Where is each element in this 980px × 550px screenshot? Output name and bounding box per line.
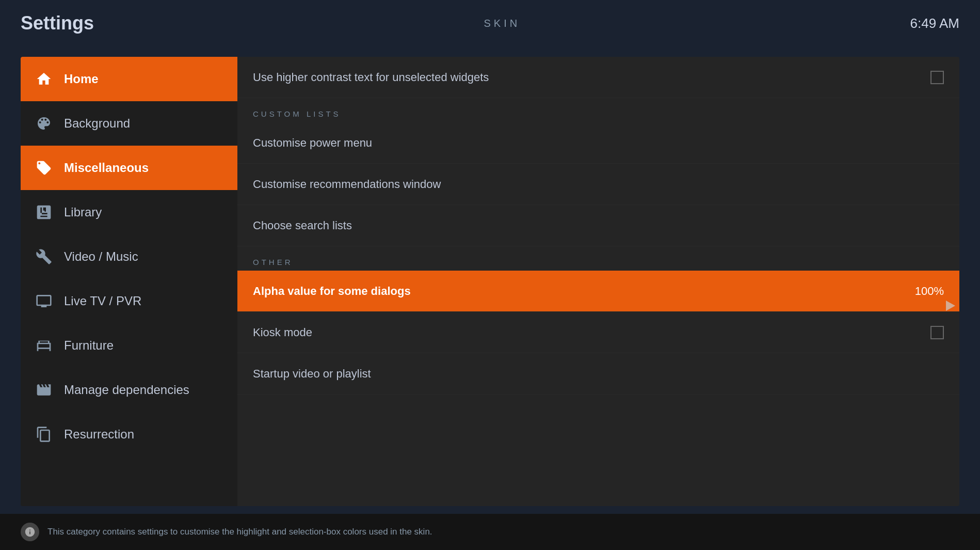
sidebar-item-resurrection[interactable]: Resurrection (21, 412, 237, 457)
tag-icon (31, 155, 57, 181)
header: Settings SKIN 6:49 AM (0, 0, 980, 46)
sidebar-item-library[interactable]: Library (21, 190, 237, 234)
wrench-icon (31, 244, 57, 270)
sidebar-item-resurrection-label: Resurrection (64, 427, 134, 442)
footer-text: This category contains settings to custo… (47, 527, 432, 537)
sidebar-item-background[interactable]: Background (21, 101, 237, 146)
film-icon (31, 377, 57, 403)
kiosk-mode-label: Kiosk mode (253, 326, 930, 339)
sidebar-item-video-music[interactable]: Video / Music (21, 234, 237, 279)
home-icon (31, 66, 57, 92)
sidebar-item-home[interactable]: Home (21, 57, 237, 101)
sidebar-item-manage-dependencies[interactable]: Manage dependencies (21, 368, 237, 412)
library-icon (31, 199, 57, 225)
sidebar-item-miscellaneous[interactable]: Miscellaneous (21, 146, 237, 190)
row-choose-search-lists[interactable]: Choose search lists (237, 205, 959, 246)
section-header-other: OTHER (237, 246, 959, 271)
row-customise-power-menu[interactable]: Customise power menu (237, 122, 959, 164)
sidebar-item-background-label: Background (64, 116, 130, 131)
sidebar-item-video-music-label: Video / Music (64, 249, 138, 264)
tv-icon (31, 288, 57, 314)
cursor-indicator (946, 301, 955, 311)
right-panel: Use higher contrast text for unselected … (237, 57, 959, 506)
sidebar-item-manage-dependencies-label: Manage dependencies (64, 383, 189, 397)
furniture-icon (31, 333, 57, 358)
alpha-value-label: Alpha value for some dialogs (253, 285, 905, 298)
row-alpha-value[interactable]: Alpha value for some dialogs 100% (237, 271, 959, 312)
row-startup-video[interactable]: Startup video or playlist (237, 353, 959, 395)
main-container: Home Background Miscellaneous (21, 57, 959, 506)
row-higher-contrast[interactable]: Use higher contrast text for unselected … (237, 57, 959, 98)
sidebar-item-furniture-label: Furniture (64, 338, 114, 353)
info-icon (21, 523, 39, 541)
footer: This category contains settings to custo… (0, 514, 980, 550)
sidebar-item-furniture[interactable]: Furniture (21, 323, 237, 368)
customise-power-menu-label: Customise power menu (253, 136, 944, 150)
sidebar-item-live-tv-label: Live TV / PVR (64, 294, 141, 308)
row-kiosk-mode[interactable]: Kiosk mode (237, 312, 959, 353)
copy-icon (31, 421, 57, 447)
page-title: Settings (21, 12, 94, 34)
higher-contrast-label: Use higher contrast text for unselected … (253, 71, 930, 84)
sidebar: Home Background Miscellaneous (21, 57, 237, 506)
sidebar-item-miscellaneous-label: Miscellaneous (64, 161, 149, 175)
kiosk-mode-checkbox[interactable] (930, 326, 944, 339)
palette-icon (31, 111, 57, 136)
choose-search-lists-label: Choose search lists (253, 219, 944, 232)
higher-contrast-checkbox[interactable] (930, 71, 944, 84)
section-header-custom-lists: CUSTOM LISTS (237, 98, 959, 122)
alpha-value-value: 100% (915, 285, 944, 298)
sidebar-item-live-tv[interactable]: Live TV / PVR (21, 279, 237, 323)
customise-recommendations-label: Customise recommendations window (253, 178, 944, 191)
sidebar-item-library-label: Library (64, 205, 102, 219)
header-section-label: SKIN (484, 18, 520, 29)
startup-video-label: Startup video or playlist (253, 367, 944, 381)
header-time: 6:49 AM (910, 15, 959, 32)
row-customise-recommendations[interactable]: Customise recommendations window (237, 164, 959, 205)
sidebar-item-home-label: Home (64, 72, 99, 86)
